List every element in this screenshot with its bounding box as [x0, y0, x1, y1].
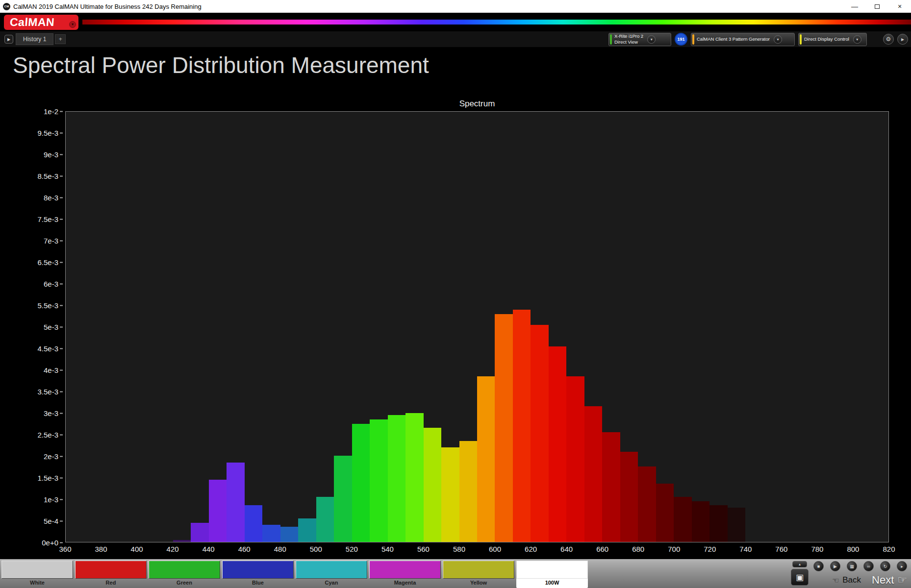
panel-button[interactable]: ▸: [897, 561, 907, 571]
pattern-swatch: [75, 561, 147, 579]
x-tick-label: 420: [167, 545, 179, 553]
y-tick-mark: [60, 326, 63, 327]
stop-icon: ■: [817, 564, 820, 569]
display-control-accent-stripe: [800, 34, 802, 45]
x-tick-label: 440: [202, 545, 215, 553]
flyout-toggle-button[interactable]: ▶: [4, 35, 13, 44]
y-tick-mark: [60, 154, 63, 155]
pattern-swatch: [296, 561, 367, 579]
display-control-dropdown-icon[interactable]: ▾: [853, 35, 861, 44]
spectrum-bar: [191, 523, 208, 542]
y-tick-mark: [60, 369, 63, 370]
y-tick-label: 2.5e-3: [37, 431, 63, 439]
spectrum-bar: [334, 456, 352, 542]
calman-logo[interactable]: CalMAN ▾: [4, 15, 78, 30]
meter-mode: Direct View: [614, 39, 643, 45]
x-tick-label: 360: [59, 545, 71, 553]
collapse-panel-button[interactable]: ▴: [792, 561, 807, 567]
spectrum-bar: [620, 452, 638, 542]
pattern-generator-selector[interactable]: CalMAN Client 3 Pattern Generator ▾: [691, 33, 795, 46]
y-tick-label: 2e-3: [44, 452, 63, 461]
y-tick-mark: [60, 111, 63, 112]
spectrum-bar: [262, 525, 280, 542]
pattern-label: Green: [177, 580, 192, 586]
spectrum-bar: [728, 508, 745, 542]
spectrum-bar: [602, 432, 620, 542]
back-hand-icon: ☜: [832, 576, 839, 585]
y-tick-mark: [60, 348, 63, 349]
pattern-label: Blue: [252, 580, 264, 586]
display-control-selector[interactable]: Direct Display Control ▾: [798, 33, 867, 46]
pattern-swatch: [1, 561, 73, 579]
settings-button[interactable]: ⚙: [883, 34, 894, 45]
y-axis: 0e+05e-41e-31.5e-32e-32.5e-33e-33.5e-34e…: [0, 111, 63, 542]
logo-text: CalMAN: [9, 16, 55, 29]
window-title: CalMAN 2019 CalMAN Ultimate for Business…: [13, 3, 202, 10]
meter-selector[interactable]: X-Rite i1Pro 2 Direct View ▾: [608, 33, 671, 46]
display-control-name: Direct Display Control: [804, 36, 849, 42]
add-tab-button[interactable]: +: [55, 34, 66, 44]
side-panel-toggle-button[interactable]: ▸: [897, 34, 908, 45]
minimize-button[interactable]: —: [843, 0, 866, 13]
session-badge[interactable]: 191: [675, 33, 687, 46]
maximize-button[interactable]: [866, 0, 888, 13]
refresh-button[interactable]: ↻: [880, 561, 890, 571]
y-tick-label: 9.5e-3: [37, 129, 63, 137]
spectrum-bar: [656, 484, 674, 542]
x-tick-label: 740: [739, 545, 752, 553]
y-tick-mark: [60, 456, 63, 457]
play-button[interactable]: ▶: [830, 561, 840, 571]
y-tick-label: 1.5e-3: [37, 474, 63, 482]
x-tick-label: 500: [310, 545, 322, 553]
pattern-label: White: [30, 580, 45, 586]
pattern-button-white[interactable]: White: [1, 561, 73, 588]
pattern-generator-dropdown-icon[interactable]: ▾: [774, 35, 782, 44]
pattern-swatch: [149, 561, 220, 579]
spectrum-bar: [513, 310, 531, 542]
transport-buttons: ■▶▦∞↻▸: [813, 561, 907, 571]
spectrum-bar: [298, 518, 316, 542]
x-tick-label: 660: [596, 545, 608, 553]
back-label: Back: [842, 575, 861, 585]
y-tick-mark: [60, 413, 63, 414]
loop-button[interactable]: ∞: [863, 561, 874, 571]
next-button[interactable]: Next ☞: [872, 574, 907, 587]
stop-button[interactable]: ■: [813, 561, 824, 571]
next-hand-icon: ☞: [897, 574, 907, 587]
display-window-icon: ▣: [796, 572, 804, 583]
display-window-button[interactable]: ▣: [791, 569, 809, 586]
pattern-swatch: [222, 561, 294, 579]
pattern-button-magenta[interactable]: Magenta: [369, 561, 441, 588]
x-tick-label: 520: [346, 545, 358, 553]
pattern-button-blue[interactable]: Blue: [222, 561, 294, 588]
y-tick-label: 5e-3: [44, 323, 63, 331]
back-button[interactable]: ☜ Back: [832, 575, 861, 585]
y-tick-label: 3e-3: [44, 409, 63, 417]
logo-dropdown-icon[interactable]: ▾: [69, 21, 76, 28]
y-tick-mark: [60, 219, 63, 220]
pattern-button-red[interactable]: Red: [75, 561, 147, 588]
pattern-label: Yellow: [470, 580, 487, 586]
spectrum-bar: [566, 376, 584, 542]
meter-dropdown-icon[interactable]: ▾: [647, 35, 656, 44]
pattern-button-yellow[interactable]: Yellow: [443, 561, 514, 588]
pattern-button-cyan[interactable]: Cyan: [296, 561, 367, 588]
x-tick-label: 600: [489, 545, 501, 553]
pattern-button-100w[interactable]: 100W: [516, 561, 588, 588]
pattern-button-green[interactable]: Green: [149, 561, 220, 588]
plot-area: [65, 111, 889, 542]
close-button[interactable]: ×: [888, 0, 911, 13]
spectrum-bar: [424, 428, 441, 542]
spectrum-bar: [549, 346, 566, 542]
tab-history-1[interactable]: History 1: [16, 33, 53, 45]
spectrum-bar: [173, 540, 191, 542]
play-icon: ▶: [834, 564, 837, 569]
spectrum-bar: [370, 419, 387, 542]
x-axis: 3603804004204404604805005205405605806006…: [65, 543, 889, 557]
x-tick-label: 780: [811, 545, 823, 553]
spectrum-bar: [388, 415, 405, 542]
spectrum-bar: [584, 406, 602, 542]
pattern-generator-name: CalMAN Client 3 Pattern Generator: [697, 36, 770, 42]
x-tick-label: 700: [668, 545, 680, 553]
save-button[interactable]: ▦: [847, 561, 857, 571]
